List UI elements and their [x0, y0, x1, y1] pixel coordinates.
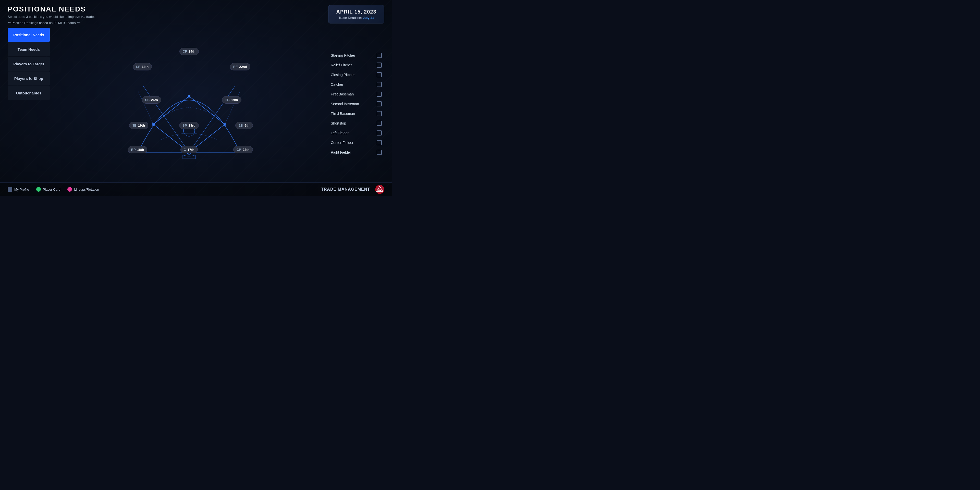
pos-abbr-sp: SP [183, 124, 187, 127]
position-row-shortstop: Shortstop [328, 119, 384, 128]
pos-abbr-rf: RF [233, 65, 238, 68]
svg-rect-15 [224, 123, 226, 126]
trade-deadline-label: Trade Deadline: [339, 16, 362, 20]
svg-line-2 [143, 86, 189, 152]
bottom-nav-item-lineups-rotation[interactable]: Lineups/Rotation [67, 187, 99, 192]
position-checkbox-catcher[interactable] [377, 82, 382, 87]
svg-rect-16 [188, 95, 190, 97]
pos-rank-c: 17th [188, 148, 194, 151]
team-logo: AZ [375, 185, 384, 194]
page-subtitle-1: Select up to 3 positions you would like … [8, 14, 328, 19]
bottom-nav-label-my-profile: My Profile [14, 188, 29, 191]
position-row-first-baseman: First Baseman [328, 89, 384, 99]
position-row-left-fielder: Left Fielder [328, 128, 384, 138]
trade-deadline: Trade Deadline: July 31 [334, 16, 378, 20]
pos-rank-1b: 9th [245, 124, 250, 127]
pos-badge-3b: 3B 19th [129, 122, 148, 129]
pos-abbr-lf: LF [136, 65, 140, 68]
sidebar-item-team-needs[interactable]: Team Needs [8, 42, 50, 56]
bottom-nav-label-lineups-rotation: Lineups/Rotation [74, 188, 99, 191]
position-row-relief-pitcher: Relief Pitcher [328, 60, 384, 70]
sidebar-item-positional-needs[interactable]: Positional Needs [8, 28, 50, 42]
positions-panel: Starting PitcherRelief PitcherClosing Pi… [328, 28, 384, 180]
position-label-relief-pitcher: Relief Pitcher [331, 63, 352, 67]
svg-rect-14 [152, 123, 155, 126]
profile-icon [8, 187, 12, 192]
pos-rank-ss: 26th [151, 98, 158, 102]
trade-deadline-date: July 31 [363, 16, 374, 20]
position-checkbox-right-fielder[interactable] [377, 150, 382, 155]
bottom-nav-label-player-card: Player Card [43, 188, 60, 191]
date-text: APRIL 15, 2023 [334, 9, 378, 15]
pos-rank-sp: 23rd [188, 124, 195, 127]
header-area: POSITIONAL NEEDS Select up to 3 position… [0, 0, 392, 28]
position-label-center-fielder: Center Fielder [331, 141, 353, 145]
bottom-nav: My ProfilePlayer CardLineups/Rotation TR… [0, 183, 392, 196]
position-checkbox-center-fielder[interactable] [377, 140, 382, 145]
position-checkbox-third-baseman[interactable] [377, 111, 382, 116]
pos-abbr-2b: 2B [225, 98, 230, 102]
pos-badge-rf: RF 22nd [230, 63, 250, 70]
main-content: Positional NeedsTeam NeedsPlayers to Tar… [0, 28, 392, 183]
lineups-icon [67, 187, 72, 192]
page-title: POSITIONAL NEEDS [8, 5, 328, 13]
pos-abbr-1b: 1B [239, 124, 243, 127]
bottom-nav-items: My ProfilePlayer CardLineups/Rotation [8, 187, 99, 192]
position-checkbox-shortstop[interactable] [377, 121, 382, 126]
pos-abbr-ss: SS [145, 98, 150, 102]
position-label-shortstop: Shortstop [331, 121, 346, 125]
pos-badge-1b: 1B 9th [235, 122, 253, 129]
pos-badge-sp: SP 23rd [179, 122, 199, 129]
position-row-right-fielder: Right Fielder [328, 148, 384, 157]
position-row-second-baseman: Second Baseman [328, 99, 384, 108]
bottom-nav-item-player-card[interactable]: Player Card [36, 187, 60, 192]
position-label-starting-pitcher: Starting Pitcher [331, 53, 355, 57]
field-svg-wrapper: CF 24th LF 14th RF 22nd SS 26th [118, 40, 261, 168]
sidebar-nav: Positional NeedsTeam NeedsPlayers to Tar… [8, 28, 50, 180]
pos-badge-lf: LF 14th [133, 63, 152, 70]
trade-mgmt-label: TRADE MANAGEMENT [321, 187, 370, 192]
svg-line-3 [189, 86, 235, 152]
pos-badge-cp: CP 28th [233, 146, 253, 153]
position-row-center-fielder: Center Fielder [328, 138, 384, 147]
bottom-right: TRADE MANAGEMENT AZ [321, 185, 384, 194]
pos-badge-cf: CF 24th [179, 48, 199, 55]
page-title-block: POSITIONAL NEEDS Select up to 3 position… [8, 5, 328, 25]
position-checkbox-second-baseman[interactable] [377, 101, 382, 107]
pos-rank-lf: 14th [142, 65, 148, 68]
page-subtitle-2: ***Position Rankings based on 30 MLB Tea… [8, 21, 328, 25]
position-label-left-fielder: Left Fielder [331, 131, 348, 135]
pos-abbr-c: C [183, 148, 186, 151]
pos-badge-c: C 17th [180, 146, 197, 153]
date-block: APRIL 15, 2023 Trade Deadline: July 31 [328, 5, 384, 24]
position-checkbox-left-fielder[interactable] [377, 130, 382, 135]
pos-rank-rf: 22nd [239, 65, 247, 68]
player-icon [36, 187, 41, 192]
pos-rank-rp: 18th [137, 148, 144, 151]
pos-rank-2b: 19th [231, 98, 238, 102]
position-row-closing-pitcher: Closing Pitcher [328, 70, 384, 80]
bottom-nav-item-my-profile[interactable]: My Profile [8, 187, 29, 192]
position-checkbox-relief-pitcher[interactable] [377, 62, 382, 68]
position-checkbox-starting-pitcher[interactable] [377, 53, 382, 58]
svg-text:AZ: AZ [378, 188, 381, 191]
position-label-third-baseman: Third Baseman [331, 111, 355, 116]
position-row-starting-pitcher: Starting Pitcher [328, 51, 384, 60]
pos-badge-rp: RP 18th [128, 146, 148, 153]
pos-abbr-cp: CP [237, 148, 241, 151]
position-checkbox-first-baseman[interactable] [377, 92, 382, 97]
sidebar-item-untouchables[interactable]: Untouchables [8, 86, 50, 100]
field-container: CF 24th LF 14th RF 22nd SS 26th [55, 28, 323, 180]
position-row-catcher: Catcher [328, 80, 384, 89]
position-row-third-baseman: Third Baseman [328, 109, 384, 118]
position-label-right-fielder: Right Fielder [331, 150, 351, 154]
pos-badge-2b: 2B 19th [222, 96, 241, 103]
pos-badge-ss: SS 26th [142, 96, 161, 103]
sidebar-item-players-to-target[interactable]: Players to Target [8, 57, 50, 71]
pos-rank-cf: 24th [189, 49, 196, 53]
sidebar-item-players-to-shop[interactable]: Players to Shop [8, 72, 50, 86]
position-checkbox-closing-pitcher[interactable] [377, 72, 382, 77]
position-label-first-baseman: First Baseman [331, 92, 354, 96]
position-label-catcher: Catcher [331, 83, 343, 86]
pos-abbr-rp: RP [131, 148, 136, 151]
